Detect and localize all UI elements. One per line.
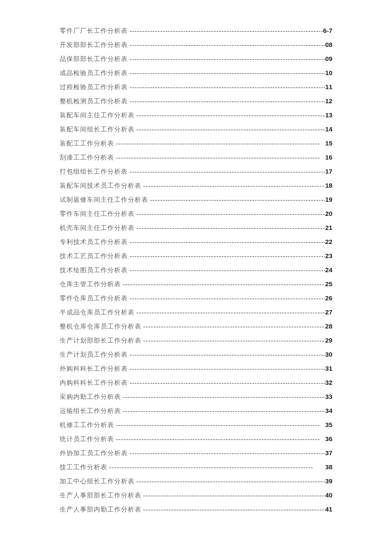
toc-entry-page: 39 (325, 476, 332, 486)
toc-leader: ----------------------------------------… (121, 392, 325, 402)
toc-leader: ----------------------------------------… (128, 265, 325, 275)
toc-entry-title: 整机检测员工作分析表 (60, 96, 128, 106)
toc-entry-page: 40 (325, 490, 332, 500)
toc-entry-page: 17 (325, 166, 332, 177)
toc-entry-title: 技工工作分析表 (60, 462, 107, 472)
toc-leader: ----------------------------------------… (128, 26, 323, 36)
toc-entry: 技工工作分析表 --------------------------------… (60, 462, 332, 472)
toc-leader: ----------------------------------------… (128, 96, 325, 106)
toc-entry-title: 技术绘图员工作分析表 (60, 265, 128, 275)
toc-entry: 专利技术员工作分析表 -----------------------------… (60, 237, 332, 247)
toc-entry-title: 成品检验员工作分析表 (60, 68, 128, 78)
toc-entry-title: 半成品仓库员工作分析表 (60, 307, 135, 317)
toc-entry-title: 整机仓库仓库员工作分析表 (60, 321, 141, 331)
toc-entry-title: 试制返修车间主任工作分析表 (60, 195, 148, 205)
toc-entry-title: 采购内勤工作分析表 (60, 392, 121, 402)
toc-entry: 零件仓库员工作分析表 -----------------------------… (60, 293, 332, 303)
toc-entry: 装配工工作分析表 -------------------------------… (60, 138, 332, 148)
toc-leader: ----------------------------------------… (141, 335, 325, 346)
toc-leader: ----------------------------------------… (128, 82, 325, 92)
toc-leader: ----------------------------------------… (107, 462, 325, 472)
toc-entry-title: 统计员工作分析表 (60, 434, 114, 444)
toc-leader: ----------------------------------------… (114, 138, 325, 148)
toc-entry-page: 34 (325, 406, 332, 416)
toc-leader: ----------------------------------------… (114, 420, 325, 430)
toc-entry: 生产人事部内勤工作分析表 ---------------------------… (60, 504, 332, 514)
toc-entry-title: 机壳车间主任工作分析表 (60, 223, 135, 233)
toc-leader: ----------------------------------------… (141, 321, 325, 331)
toc-entry: 机修工工作分析表 -------------------------------… (60, 420, 332, 430)
toc-entry: 内购科科长工作分析表 -----------------------------… (60, 378, 332, 388)
toc-leader: ----------------------------------------… (135, 307, 325, 317)
toc-leader: ----------------------------------------… (135, 110, 325, 120)
toc-entry-page: 36 (325, 434, 332, 444)
toc-entry-page: 24 (325, 265, 332, 275)
toc-leader: ----------------------------------------… (141, 490, 325, 500)
toc-entry-page: 41 (325, 504, 332, 514)
toc-entry-title: 生产计划员工作分析表 (60, 349, 128, 360)
toc-entry-page: 23 (325, 251, 332, 261)
toc-entry: 成品检验员工作分析表 -----------------------------… (60, 68, 332, 78)
toc-entry: 试制返修车间主任工作分析表 --------------------------… (60, 195, 332, 205)
toc-entry-title: 生产人事部部长工作分析表 (60, 490, 141, 500)
toc-entry: 过程检验员工作分析表 -----------------------------… (60, 82, 332, 92)
toc-leader: ----------------------------------------… (114, 152, 325, 163)
toc-entry: 外协加工员工作分析表 -----------------------------… (60, 448, 332, 458)
toc-leader: ----------------------------------------… (128, 68, 325, 78)
toc-entry-title: 外协加工员工作分析表 (60, 448, 128, 458)
toc-leader: ----------------------------------------… (141, 180, 325, 191)
toc-entry: 技术绘图员工作分析表 -----------------------------… (60, 265, 332, 275)
toc-entry-page: 13 (325, 110, 332, 120)
toc-leader: ----------------------------------------… (128, 378, 325, 388)
toc-entry-title: 机修工工作分析表 (60, 420, 114, 430)
toc-entry: 打包组组长工作分析表 -----------------------------… (60, 166, 332, 177)
toc-entry: 整机仓库仓库员工作分析表 ---------------------------… (60, 321, 332, 331)
toc-entry: 半成品仓库员工作分析表 ----------------------------… (60, 307, 332, 317)
toc-entry: 零件车间主任工作分析表 ----------------------------… (60, 209, 332, 219)
toc-entry: 刮漆工工作分析表 -------------------------------… (60, 152, 332, 163)
toc-leader: ----------------------------------------… (128, 40, 325, 50)
toc-leader: ----------------------------------------… (135, 476, 325, 486)
toc-entry-title: 装配车间组长工作分析表 (60, 124, 135, 134)
toc-leader: ----------------------------------------… (128, 349, 325, 360)
toc-entry: 品保部部长工作分析表 -----------------------------… (60, 54, 332, 64)
toc-entry: 零件厂厂长工作分析表 -----------------------------… (60, 26, 332, 36)
toc-entry: 装配车间主任工作分析表 ----------------------------… (60, 110, 332, 120)
toc-leader: ----------------------------------------… (128, 363, 325, 374)
toc-entry: 生产人事部部长工作分析表 ---------------------------… (60, 490, 332, 500)
toc-entry-page: 16 (325, 152, 332, 163)
toc-entry-title: 打包组组长工作分析表 (60, 166, 128, 177)
toc-entry-page: 19 (325, 195, 332, 205)
toc-entry-title: 装配车间技术员工作分析表 (60, 180, 141, 191)
toc-entry-page: 12 (325, 96, 332, 106)
toc-entry: 整机检测员工作分析表 -----------------------------… (60, 96, 332, 106)
toc-leader: ----------------------------------------… (121, 279, 325, 289)
toc-entry: 生产计划员工作分析表 -----------------------------… (60, 349, 332, 360)
table-of-contents: 零件厂厂长工作分析表 -----------------------------… (60, 26, 332, 514)
toc-entry-page: 32 (325, 378, 332, 388)
toc-entry-title: 装配车间主任工作分析表 (60, 110, 135, 120)
toc-entry-page: 37 (325, 448, 332, 458)
toc-leader: ----------------------------------------… (135, 124, 325, 134)
toc-entry-title: 内购科科长工作分析表 (60, 378, 128, 388)
toc-entry: 开发部部长工作分析表 -----------------------------… (60, 40, 332, 50)
toc-entry-page: 11 (325, 82, 332, 92)
toc-entry-page: 27 (325, 307, 332, 317)
toc-entry-page: 6-7 (323, 26, 332, 36)
toc-entry-page: 33 (325, 392, 332, 402)
toc-entry-title: 外购科科长工作分析表 (60, 363, 128, 374)
toc-leader: ----------------------------------------… (114, 434, 325, 444)
toc-entry-page: 26 (325, 293, 332, 303)
toc-entry-page: 25 (325, 279, 332, 289)
toc-entry-page: 35 (325, 420, 332, 430)
toc-leader: ----------------------------------------… (128, 448, 325, 458)
toc-entry-title: 运输组长工作分析表 (60, 406, 121, 416)
toc-entry-title: 开发部部长工作分析表 (60, 40, 128, 50)
toc-leader: ----------------------------------------… (135, 223, 325, 233)
toc-entry-page: 30 (325, 349, 332, 360)
toc-entry-title: 生产人事部内勤工作分析表 (60, 504, 141, 514)
toc-entry-title: 品保部部长工作分析表 (60, 54, 128, 64)
toc-entry: 仓库主管工作分析表 ------------------------------… (60, 279, 332, 289)
toc-entry-title: 技术工艺员工作分析表 (60, 251, 128, 261)
toc-entry: 运输组长工作分析表 ------------------------------… (60, 406, 332, 416)
